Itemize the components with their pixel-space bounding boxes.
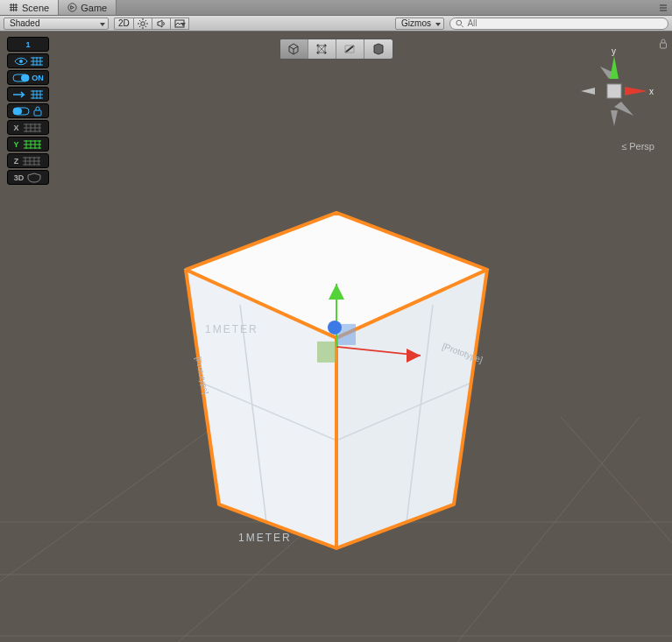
cube-icon (286, 42, 301, 56)
vertex-icon (315, 42, 329, 56)
mode-edge-button[interactable] (336, 39, 364, 59)
projection-prefix: ≤ (621, 141, 629, 152)
axis-neg-z-cone[interactable] (581, 88, 595, 95)
progrids-grid-visibility[interactable] (7, 53, 49, 68)
speaker-icon (156, 18, 166, 29)
search-field[interactable] (449, 18, 668, 30)
progrids-axis-x[interactable]: X (7, 120, 49, 135)
axis-x-label: x (649, 87, 654, 96)
axis-y-cone[interactable] (610, 56, 619, 79)
svg-rect-8 (34, 110, 41, 116)
shield-icon (26, 173, 42, 183)
scene-icon (9, 3, 18, 12)
mode-vertex-button[interactable] (308, 39, 336, 59)
probuilder-mode-strip (279, 39, 393, 60)
tab-game[interactable]: Game (59, 0, 117, 15)
svg-point-0 (141, 21, 145, 25)
progrids-push-to-grid[interactable] (7, 87, 49, 102)
toggle-2d-label: 2D (118, 18, 130, 28)
gizmos-label: Gizmos (401, 18, 431, 28)
tab-scene-label: Scene (22, 3, 49, 13)
svg-rect-7 (13, 108, 22, 115)
search-icon (456, 19, 463, 28)
snap-value-label: 1 (25, 40, 30, 49)
axis-z-cone[interactable] (614, 102, 633, 116)
progrids-snap-enabled[interactable]: ON (7, 70, 49, 85)
hamburger-icon (659, 4, 668, 12)
toggle-audio-button[interactable] (152, 18, 170, 30)
shading-mode-dropdown[interactable]: Shaded (4, 18, 109, 30)
grid-icon (22, 139, 43, 150)
svg-rect-13 (661, 43, 667, 48)
tab-bar: Scene Game (0, 0, 672, 16)
progrids-axis-y[interactable]: Y (7, 137, 49, 152)
orientation-center-cube[interactable] (607, 84, 621, 98)
axis-3d-label: 3D (14, 173, 25, 182)
toggle-icon (12, 74, 30, 82)
lock-icon (658, 39, 668, 49)
sun-icon (138, 18, 148, 29)
edge-icon (343, 42, 357, 56)
toggle-lighting-button[interactable] (133, 18, 152, 30)
tab-spacer (117, 0, 654, 15)
mode-object-button[interactable] (280, 39, 308, 59)
shading-mode-label: Shaded (10, 18, 39, 28)
game-icon (67, 3, 77, 12)
projection-mode-toggle[interactable]: ≤ Persp (621, 141, 654, 152)
progrids-axis-z[interactable]: Z (7, 153, 49, 168)
svg-rect-5 (21, 74, 29, 81)
tab-scene[interactable]: Scene (0, 0, 59, 15)
progrids-lock[interactable] (7, 103, 49, 118)
orientation-lock[interactable] (658, 37, 668, 53)
axis-y-label: y (612, 46, 616, 56)
progrids-toolbar: 1 ON X Y Z 3D (7, 37, 49, 185)
svg-point-2 (456, 20, 462, 25)
toggle-2d-button[interactable]: 2D (114, 18, 133, 30)
image-icon (174, 19, 185, 28)
snap-on-label: ON (32, 74, 44, 82)
tab-game-label: Game (81, 3, 107, 13)
axis-x-label: X (13, 123, 18, 132)
mode-face-button[interactable] (364, 39, 393, 59)
svg-point-3 (19, 60, 23, 63)
projection-label: Persp (629, 141, 654, 152)
axis-y-label: Y (13, 140, 18, 149)
axis-x-cone[interactable] (625, 87, 647, 95)
progrids-3d[interactable]: 3D (7, 170, 49, 185)
view-toggles: 2D (114, 18, 189, 30)
gizmos-dropdown[interactable]: Gizmos (395, 18, 444, 30)
scene-toolbar: Shaded 2D Gizmos (0, 16, 672, 32)
grid-icon (22, 123, 43, 133)
push-icon (11, 89, 45, 100)
toggle-lock-icon (11, 106, 45, 116)
face-icon (371, 42, 386, 56)
grid-icon (21, 156, 42, 166)
axis-z-label: Z (14, 157, 19, 166)
progrids-snap-value[interactable]: 1 (7, 37, 49, 52)
tab-context-menu[interactable] (654, 0, 672, 15)
search-input[interactable] (467, 18, 662, 28)
scene-viewport[interactable]: 1 ON X Y Z 3D (0, 32, 672, 642)
axis-neg-y-cone[interactable] (611, 110, 618, 126)
eye-grid-icon (11, 56, 45, 67)
orientation-gizmo[interactable]: x y (570, 39, 658, 152)
effects-dropdown[interactable] (170, 18, 189, 30)
